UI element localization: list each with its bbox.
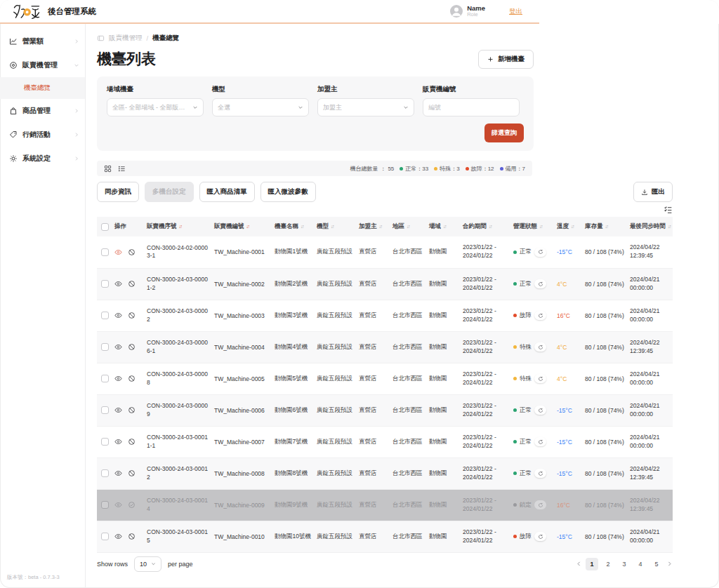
filter-select-model[interactable]: 全選	[212, 98, 309, 116]
sidebar-item-product-management[interactable]: 商品管理	[0, 99, 85, 123]
filter-search-button[interactable]: 篩選查詢	[484, 123, 524, 142]
sort-icon[interactable]: ↓↑	[443, 224, 446, 229]
row-actions	[114, 375, 143, 382]
breadcrumb-parent[interactable]: 販賣機管理	[109, 34, 143, 43]
import-product-list-button[interactable]: 匯入商品清單	[199, 182, 255, 202]
view-icon[interactable]	[114, 375, 122, 382]
view-icon[interactable]	[114, 469, 122, 477]
page-button-3[interactable]: 3	[618, 558, 631, 570]
refresh-status-icon[interactable]	[534, 311, 546, 320]
disable-icon[interactable]	[128, 375, 136, 382]
refresh-status-icon[interactable]	[534, 374, 546, 383]
table-header-row: 操作販賣機序號↓↑販賣機編號↓↑機臺名稱↓↑機型↓↑加盟主↓↑地區↓↑場域↓↑合…	[97, 217, 673, 236]
sort-icon[interactable]: ↓↑	[379, 224, 382, 229]
sidebar-item-system-settings[interactable]: 系統設定	[0, 147, 85, 171]
logout-link[interactable]: 登出	[509, 7, 522, 16]
refresh-status-icon[interactable]	[534, 500, 546, 509]
row-checkbox[interactable]	[101, 343, 109, 351]
sort-icon[interactable]: ↓↑	[571, 224, 574, 229]
row-checkbox[interactable]	[101, 375, 109, 382]
export-button[interactable]: 匯出	[633, 182, 673, 202]
view-icon[interactable]	[114, 406, 122, 414]
page-button-5[interactable]: 5	[650, 558, 663, 570]
col-header-temp[interactable]: 溫度↓↑	[555, 217, 583, 236]
refresh-status-icon[interactable]	[534, 532, 546, 541]
add-machine-button[interactable]: 新增機臺	[478, 50, 534, 69]
col-header-synced[interactable]: 最後同步時間↓↑	[628, 217, 673, 236]
cell-code: TW_Machine-0003	[212, 300, 272, 331]
col-header-name[interactable]: 機臺名稱↓↑	[272, 217, 315, 236]
sort-icon[interactable]: ↓↑	[605, 224, 608, 229]
disable-icon[interactable]	[128, 280, 136, 288]
disable-icon[interactable]	[128, 469, 136, 477]
page-button-4[interactable]: 4	[634, 558, 647, 570]
sort-icon[interactable]: ↓↑	[301, 224, 303, 229]
col-header-franchisee[interactable]: 加盟主↓↑	[357, 217, 390, 236]
col-header-contract[interactable]: 合約期間↓↑	[461, 217, 511, 236]
view-icon[interactable]	[114, 501, 122, 509]
col-header-stock[interactable]: 庫存量↓↑	[583, 217, 628, 236]
column-settings-icon[interactable]	[664, 206, 673, 215]
refresh-status-icon[interactable]	[534, 406, 546, 415]
filter-select-venue-machine[interactable]: 全區- 全部場域 - 全部販賣機	[107, 98, 204, 116]
list-view-icon[interactable]	[118, 165, 126, 173]
row-checkbox[interactable]	[101, 438, 109, 446]
page-button-2[interactable]: 2	[602, 558, 614, 570]
page-button-1[interactable]: 1	[586, 558, 598, 570]
cell-temp: 4°C	[555, 268, 583, 300]
sort-icon[interactable]: ↓↑	[539, 224, 542, 229]
refresh-status-icon[interactable]	[534, 279, 546, 288]
prev-page-icon[interactable]	[576, 561, 582, 567]
disable-icon[interactable]	[128, 312, 136, 319]
refresh-status-icon[interactable]	[534, 437, 546, 446]
filter-select-franchisee[interactable]: 加盟主	[317, 98, 414, 116]
sort-icon[interactable]: ↓↑	[489, 224, 492, 229]
view-icon[interactable]	[114, 438, 122, 446]
col-header-serial[interactable]: 販賣機序號↓↑	[145, 217, 212, 236]
disable-icon[interactable]	[128, 406, 136, 414]
sort-icon[interactable]: ↓↑	[179, 224, 182, 229]
col-header-model[interactable]: 機型↓↑	[315, 217, 357, 236]
rows-per-page-select[interactable]: 10	[134, 556, 161, 572]
col-header-region[interactable]: 地區↓↑	[390, 217, 427, 236]
row-checkbox[interactable]	[101, 312, 109, 319]
view-icon[interactable]	[114, 248, 122, 256]
row-checkbox[interactable]	[101, 406, 109, 414]
row-checkbox[interactable]	[101, 280, 109, 288]
import-microwave-params-button[interactable]: 匯入微波參數	[260, 182, 316, 202]
sort-icon[interactable]: ↓↑	[407, 224, 409, 229]
row-checkbox[interactable]	[101, 248, 109, 256]
sidebar-item-vending-management[interactable]: 販賣機管理	[0, 53, 85, 77]
sort-icon[interactable]: ↓↑	[668, 224, 671, 229]
disable-icon[interactable]	[128, 438, 136, 446]
sync-info-button[interactable]: 同步資訊	[97, 182, 139, 202]
refresh-status-icon[interactable]	[534, 248, 546, 257]
view-icon[interactable]	[114, 533, 122, 540]
col-header-venue[interactable]: 場域↓↑	[427, 217, 461, 236]
grid-view-icon[interactable]	[104, 165, 112, 173]
view-icon[interactable]	[114, 312, 122, 319]
refresh-status-icon[interactable]	[534, 342, 546, 352]
filter-input-machine-number[interactable]	[423, 98, 520, 116]
check-circle-icon[interactable]	[128, 501, 136, 509]
row-checkbox[interactable]	[101, 469, 109, 477]
view-icon[interactable]	[114, 343, 122, 351]
next-page-icon[interactable]	[666, 561, 673, 567]
sidebar-item-marketing[interactable]: 行銷活動	[0, 123, 85, 147]
sidebar-item-machine-overview[interactable]: 機臺總覽	[0, 77, 85, 99]
per-page-label: per page	[168, 561, 193, 568]
row-checkbox[interactable]	[101, 501, 109, 509]
refresh-status-icon[interactable]	[534, 469, 546, 478]
disable-icon[interactable]	[128, 533, 136, 540]
sort-icon[interactable]: ↓↑	[246, 224, 249, 229]
sidebar-item-revenue[interactable]: 營業額	[0, 29, 85, 53]
col-header-status[interactable]: 營運狀態↓↑	[511, 217, 555, 236]
multi-machine-settings-button[interactable]: 多機台設定	[145, 182, 194, 202]
sort-icon[interactable]: ↓↑	[331, 224, 334, 229]
disable-icon[interactable]	[128, 343, 136, 351]
col-header-code[interactable]: 販賣機編號↓↑	[212, 217, 272, 236]
select-all-checkbox[interactable]	[101, 223, 109, 231]
row-checkbox[interactable]	[101, 533, 109, 540]
disable-icon[interactable]	[128, 248, 136, 256]
view-icon[interactable]	[114, 280, 122, 288]
